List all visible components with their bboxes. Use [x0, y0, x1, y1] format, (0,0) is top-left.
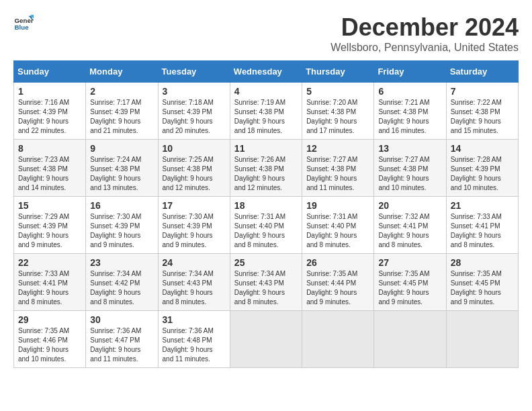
title-area: December 2024 Wellsboro, Pennsylvania, U…	[330, 13, 519, 54]
table-row: 17 Sunrise: 7:30 AMSunset: 4:39 PMDaylig…	[158, 197, 230, 254]
day-info: Sunrise: 7:23 AMSunset: 4:38 PMDaylight:…	[18, 156, 69, 191]
day-info: Sunrise: 7:24 AMSunset: 4:38 PMDaylight:…	[90, 156, 141, 191]
table-row: 4 Sunrise: 7:19 AMSunset: 4:38 PMDayligh…	[230, 83, 302, 140]
day-number: 8	[18, 143, 81, 154]
day-info: Sunrise: 7:31 AMSunset: 4:40 PMDaylight:…	[306, 213, 357, 248]
day-number: 18	[234, 200, 298, 211]
day-number: 5	[306, 86, 369, 97]
day-number: 17	[163, 200, 226, 211]
day-info: Sunrise: 7:27 AMSunset: 4:38 PMDaylight:…	[306, 156, 357, 191]
table-row: 25 Sunrise: 7:34 AMSunset: 4:43 PMDaylig…	[230, 254, 302, 311]
day-info: Sunrise: 7:25 AMSunset: 4:38 PMDaylight:…	[163, 156, 214, 191]
table-row: 23 Sunrise: 7:34 AMSunset: 4:42 PMDaylig…	[86, 254, 158, 311]
table-row: 27 Sunrise: 7:35 AMSunset: 4:45 PMDaylig…	[374, 254, 446, 311]
table-row: 9 Sunrise: 7:24 AMSunset: 4:38 PMDayligh…	[86, 140, 158, 197]
day-info: Sunrise: 7:21 AMSunset: 4:38 PMDaylight:…	[378, 99, 429, 134]
day-info: Sunrise: 7:30 AMSunset: 4:39 PMDaylight:…	[163, 213, 214, 248]
day-number: 31	[163, 314, 226, 325]
col-tuesday: Tuesday	[158, 61, 230, 83]
day-number: 27	[378, 257, 441, 268]
table-row: 22 Sunrise: 7:33 AMSunset: 4:41 PMDaylig…	[14, 254, 86, 311]
table-row: 3 Sunrise: 7:18 AMSunset: 4:39 PMDayligh…	[158, 83, 230, 140]
table-row: 20 Sunrise: 7:32 AMSunset: 4:41 PMDaylig…	[374, 197, 446, 254]
table-row	[302, 311, 374, 368]
table-row: 29 Sunrise: 7:35 AMSunset: 4:46 PMDaylig…	[14, 311, 86, 368]
table-row: 21 Sunrise: 7:33 AMSunset: 4:41 PMDaylig…	[446, 197, 518, 254]
calendar-table: Sunday Monday Tuesday Wednesday Thursday…	[13, 60, 519, 368]
month-year-title: December 2024	[330, 13, 519, 42]
day-number: 4	[234, 86, 298, 97]
day-info: Sunrise: 7:29 AMSunset: 4:39 PMDaylight:…	[18, 213, 69, 248]
day-info: Sunrise: 7:35 AMSunset: 4:46 PMDaylight:…	[18, 327, 69, 363]
table-row: 15 Sunrise: 7:29 AMSunset: 4:39 PMDaylig…	[14, 197, 86, 254]
col-sunday: Sunday	[14, 61, 86, 83]
day-number: 15	[18, 200, 81, 211]
day-info: Sunrise: 7:31 AMSunset: 4:40 PMDaylight:…	[234, 213, 285, 248]
day-info: Sunrise: 7:36 AMSunset: 4:47 PMDaylight:…	[90, 327, 141, 363]
table-row: 6 Sunrise: 7:21 AMSunset: 4:38 PMDayligh…	[374, 83, 446, 140]
day-info: Sunrise: 7:27 AMSunset: 4:38 PMDaylight:…	[378, 156, 429, 191]
table-row: 14 Sunrise: 7:28 AMSunset: 4:39 PMDaylig…	[446, 140, 518, 197]
day-number: 24	[163, 257, 226, 268]
day-info: Sunrise: 7:35 AMSunset: 4:45 PMDaylight:…	[378, 270, 429, 306]
day-info: Sunrise: 7:35 AMSunset: 4:44 PMDaylight:…	[306, 270, 357, 306]
day-info: Sunrise: 7:36 AMSunset: 4:48 PMDaylight:…	[163, 327, 214, 363]
day-info: Sunrise: 7:34 AMSunset: 4:42 PMDaylight:…	[90, 270, 141, 306]
col-wednesday: Wednesday	[230, 61, 302, 83]
location-subtitle: Wellsboro, Pennsylvania, United States	[330, 42, 519, 54]
table-row: 18 Sunrise: 7:31 AMSunset: 4:40 PMDaylig…	[230, 197, 302, 254]
table-row: 26 Sunrise: 7:35 AMSunset: 4:44 PMDaylig…	[302, 254, 374, 311]
day-info: Sunrise: 7:32 AMSunset: 4:41 PMDaylight:…	[378, 213, 429, 248]
day-number: 26	[306, 257, 369, 268]
day-info: Sunrise: 7:34 AMSunset: 4:43 PMDaylight:…	[163, 270, 214, 306]
day-info: Sunrise: 7:30 AMSunset: 4:39 PMDaylight:…	[90, 213, 141, 248]
day-number: 11	[234, 143, 298, 154]
table-row: 16 Sunrise: 7:30 AMSunset: 4:39 PMDaylig…	[86, 197, 158, 254]
table-row: 1 Sunrise: 7:16 AMSunset: 4:39 PMDayligh…	[14, 83, 86, 140]
day-number: 23	[90, 257, 153, 268]
table-row: 10 Sunrise: 7:25 AMSunset: 4:38 PMDaylig…	[158, 140, 230, 197]
day-number: 6	[378, 86, 441, 97]
day-number: 10	[163, 143, 226, 154]
table-row	[446, 311, 518, 368]
day-info: Sunrise: 7:17 AMSunset: 4:39 PMDaylight:…	[90, 99, 141, 134]
logo-icon: General Blue	[13, 13, 34, 34]
table-row: 11 Sunrise: 7:26 AMSunset: 4:38 PMDaylig…	[230, 140, 302, 197]
day-info: Sunrise: 7:19 AMSunset: 4:38 PMDaylight:…	[234, 99, 285, 134]
table-row: 5 Sunrise: 7:20 AMSunset: 4:38 PMDayligh…	[302, 83, 374, 140]
col-saturday: Saturday	[446, 61, 518, 83]
day-info: Sunrise: 7:34 AMSunset: 4:43 PMDaylight:…	[234, 270, 285, 306]
table-row: 28 Sunrise: 7:35 AMSunset: 4:45 PMDaylig…	[446, 254, 518, 311]
day-number: 25	[234, 257, 298, 268]
table-row: 24 Sunrise: 7:34 AMSunset: 4:43 PMDaylig…	[158, 254, 230, 311]
day-number: 3	[163, 86, 226, 97]
svg-text:Blue: Blue	[15, 24, 30, 31]
table-row: 8 Sunrise: 7:23 AMSunset: 4:38 PMDayligh…	[14, 140, 86, 197]
table-row	[230, 311, 302, 368]
day-info: Sunrise: 7:26 AMSunset: 4:38 PMDaylight:…	[234, 156, 285, 191]
day-number: 22	[18, 257, 81, 268]
table-row: 2 Sunrise: 7:17 AMSunset: 4:39 PMDayligh…	[86, 83, 158, 140]
day-number: 7	[451, 86, 514, 97]
col-friday: Friday	[374, 61, 446, 83]
day-info: Sunrise: 7:35 AMSunset: 4:45 PMDaylight:…	[451, 270, 502, 306]
day-number: 2	[90, 86, 153, 97]
day-number: 13	[378, 143, 441, 154]
table-row: 30 Sunrise: 7:36 AMSunset: 4:47 PMDaylig…	[86, 311, 158, 368]
calendar-header-row: Sunday Monday Tuesday Wednesday Thursday…	[14, 61, 519, 83]
table-row: 12 Sunrise: 7:27 AMSunset: 4:38 PMDaylig…	[302, 140, 374, 197]
day-number: 12	[306, 143, 369, 154]
col-monday: Monday	[86, 61, 158, 83]
page-header: General Blue December 2024 Wellsboro, Pe…	[13, 13, 519, 54]
table-row: 7 Sunrise: 7:22 AMSunset: 4:38 PMDayligh…	[446, 83, 518, 140]
day-info: Sunrise: 7:33 AMSunset: 4:41 PMDaylight:…	[451, 213, 502, 248]
day-info: Sunrise: 7:16 AMSunset: 4:39 PMDaylight:…	[18, 99, 69, 134]
day-number: 20	[378, 200, 441, 211]
table-row: 19 Sunrise: 7:31 AMSunset: 4:40 PMDaylig…	[302, 197, 374, 254]
table-row	[374, 311, 446, 368]
day-info: Sunrise: 7:20 AMSunset: 4:38 PMDaylight:…	[306, 99, 357, 134]
day-number: 16	[90, 200, 153, 211]
table-row: 13 Sunrise: 7:27 AMSunset: 4:38 PMDaylig…	[374, 140, 446, 197]
table-row: 31 Sunrise: 7:36 AMSunset: 4:48 PMDaylig…	[158, 311, 230, 368]
day-number: 29	[18, 314, 81, 325]
